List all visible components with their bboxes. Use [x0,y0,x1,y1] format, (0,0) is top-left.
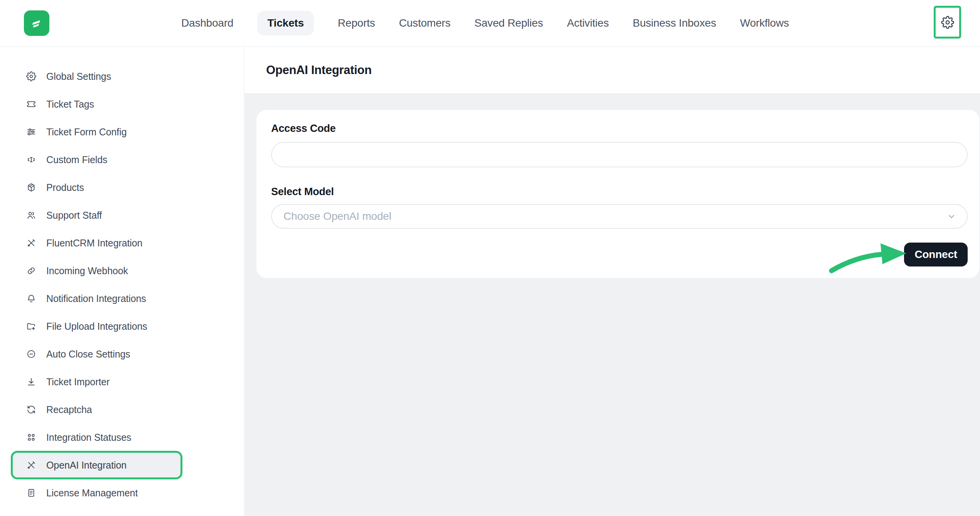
sidebar-item-recaptcha[interactable]: Recaptcha [13,396,180,423]
tools-icon [26,460,36,470]
sidebar-item-ticket-importer[interactable]: Ticket Importer [13,368,180,396]
sidebar-item-incoming-webhook[interactable]: Incoming Webhook [13,257,180,285]
document-icon [26,488,36,498]
settings-gear-annotation [934,6,961,39]
nav-item-saved-replies[interactable]: Saved Replies [474,17,543,29]
sidebar-item-support-staff[interactable]: Support Staff [13,201,180,229]
sidebar-item-label: Ticket Form Config [46,126,127,138]
sidebar-item-label: FluentCRM Integration [46,238,142,249]
fluent-support-app: DashboardTicketsReportsCustomersSaved Re… [0,0,980,516]
nav-item-workflows[interactable]: Workflows [740,17,789,29]
page-title: OpenAI Integration [266,63,372,77]
grid-dots-icon [26,432,36,442]
users-icon [26,210,36,220]
sidebar-item-fluentcrm-integration[interactable]: FluentCRM Integration [13,229,180,257]
select-model-dropdown[interactable]: Choose OpenAI model [271,204,968,229]
sidebar-item-label: License Management [46,487,138,499]
content-header: OpenAI Integration [245,47,980,94]
sidebar-item-label: Ticket Tags [46,99,94,110]
access-code-input[interactable] [271,142,968,167]
gear-icon [26,71,36,81]
package-icon [26,182,36,192]
sidebar-item-label: Ticket Importer [46,376,110,388]
sidebar-item-ticket-tags[interactable]: Ticket Tags [13,90,180,118]
sidebar-item-label: Incoming Webhook [46,265,128,277]
refresh-icon [26,405,36,415]
sliders-icon [26,127,36,137]
sidebar-item-auto-close-settings[interactable]: Auto Close Settings [13,340,180,368]
sidebar-item-license-management[interactable]: License Management [13,479,180,507]
sidebar-item-label: OpenAI Integration [46,460,127,471]
input-cursor-icon [26,155,36,165]
sidebar-item-openai-integration[interactable]: OpenAI Integration [13,453,180,477]
gear-icon[interactable] [941,16,954,29]
nav-item-activities[interactable]: Activities [567,17,609,29]
sidebar-item-products[interactable]: Products [13,174,180,201]
settings-sidebar-list: Global SettingsTicket TagsTicket Form Co… [0,47,244,507]
main-content: OpenAI Integration Access Code Select Mo… [245,47,980,516]
top-navigation-bar: DashboardTicketsReportsCustomersSaved Re… [0,0,980,47]
logo-glyph [29,15,45,31]
sidebar-item-file-upload-integrations[interactable]: File Upload Integrations [13,312,180,340]
sidebar-item-label: Integration Statuses [46,432,131,443]
sidebar-item-label: Auto Close Settings [46,349,130,360]
download-icon [26,377,36,387]
chevron-down-icon [947,212,956,221]
connect-button[interactable]: Connect [904,243,968,266]
ticket-icon [26,99,36,109]
select-model-label: Select Model [271,186,968,198]
bell-icon [26,293,36,304]
sidebar-item-ticket-form-config[interactable]: Ticket Form Config [13,118,180,146]
sidebar-item-global-settings[interactable]: Global Settings [13,62,180,90]
nav-item-reports[interactable]: Reports [338,17,375,29]
folder-arrow-icon [26,321,36,331]
sidebar-item-label: Recaptcha [46,404,92,415]
circle-minus-icon [26,349,36,359]
openai-settings-card: Access Code Select Model Choose OpenAI m… [256,110,979,278]
sidebar-item-label: Custom Fields [46,154,107,165]
nav-item-business-inboxes[interactable]: Business Inboxes [633,17,716,29]
link-icon [26,266,36,276]
settings-sidebar: Global SettingsTicket TagsTicket Form Co… [0,47,244,516]
sidebar-item-integration-statuses[interactable]: Integration Statuses [13,423,180,451]
tools-icon [26,238,36,248]
sidebar-item-label: File Upload Integrations [46,321,147,332]
sidebar-item-notification-integrations[interactable]: Notification Integrations [13,285,180,312]
sidebar-item-label: Products [46,182,84,193]
main-nav-menu: DashboardTicketsReportsCustomersSaved Re… [181,0,789,46]
select-model-placeholder: Choose OpenAI model [283,210,391,223]
nav-item-dashboard[interactable]: Dashboard [181,17,233,29]
nav-item-customers[interactable]: Customers [399,17,450,29]
sidebar-item-label: Global Settings [46,71,111,82]
sidebar-item-label: Notification Integrations [46,293,146,304]
sidebar-item-label: Support Staff [46,210,102,221]
fluent-support-logo[interactable] [24,10,49,36]
connect-button-row: Connect [271,243,968,266]
sidebar-item-custom-fields[interactable]: Custom Fields [13,146,180,174]
access-code-label: Access Code [271,123,968,135]
nav-item-tickets[interactable]: Tickets [257,11,314,35]
